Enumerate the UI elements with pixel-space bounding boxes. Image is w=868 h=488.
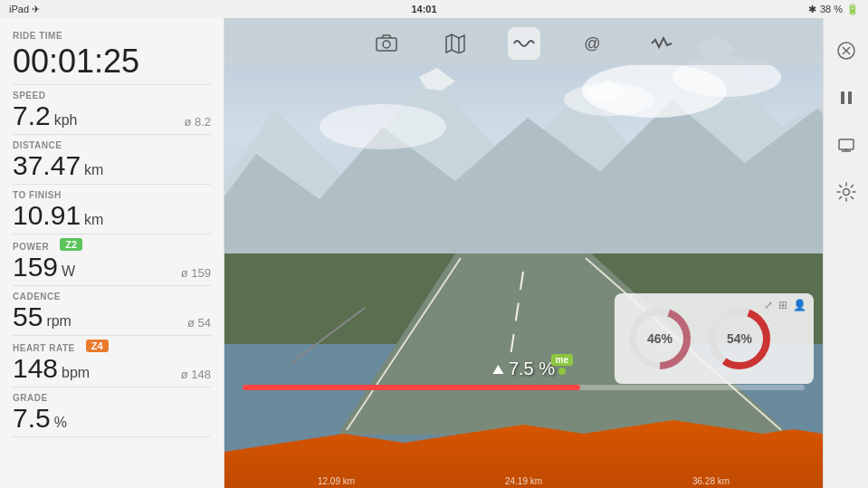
status-device: iPad ✈ (9, 4, 40, 15)
status-right: ✱ 38 % 🔋 (808, 4, 859, 15)
right-panel (823, 18, 868, 488)
ride-time-value: 00:01:25 (13, 43, 211, 81)
speed-value: 7.2 kph (13, 100, 78, 130)
progress-bar-container (243, 385, 805, 390)
grade-overlay: 7.5 % (492, 359, 555, 379)
heart-rate-section: HEART RATE Z4 148 bpm ø 148 (13, 338, 211, 388)
power-value: 159 W (13, 252, 75, 282)
to-finish-label: TO FINISH (13, 190, 211, 200)
ride-time-label: RIDE TIME (13, 31, 211, 41)
battery-status: 38 % (820, 4, 843, 14)
to-finish-section: TO FINISH 10.91 km (13, 190, 211, 234)
cadence-unit: rpm (46, 313, 72, 330)
scene (224, 18, 823, 488)
dist-marker-3: 36.28 km (692, 476, 730, 486)
grade-section: GRADE 7.5 % (13, 393, 211, 437)
heart-rate-unit: bpm (62, 365, 90, 381)
power-section: POWER Z2 159 W ø 159 (13, 236, 211, 286)
progress-bar-fill (243, 385, 580, 390)
tab-bar: @ (224, 18, 823, 65)
stats-overlay: ⤢ ⊞ 👤 46% 54% (615, 293, 814, 384)
cadence-avg: ø 54 (187, 316, 211, 331)
distance-label: DISTANCE (13, 140, 211, 150)
grade-triangle-icon (492, 365, 503, 374)
speed-row: 7.2 kph ø 8.2 (13, 100, 211, 130)
tab-camera[interactable] (370, 27, 403, 60)
status-time: 14:01 (411, 4, 436, 14)
grade-label: GRADE (13, 393, 211, 403)
speed-unit: kph (54, 112, 78, 129)
grade-unit: % (54, 415, 67, 431)
scene-svg (224, 18, 823, 488)
status-bar: iPad ✈ 14:01 ✱ 38 % 🔋 (0, 0, 868, 18)
tab-graph[interactable] (508, 27, 540, 60)
cloud-3 (564, 83, 654, 116)
donut-right: 54% (703, 302, 776, 375)
power-unit: W (62, 263, 75, 280)
dist-marker-2: 24.19 km (505, 476, 542, 486)
bluetooth-icon: ✱ (808, 4, 816, 15)
cadence-value: 55 rpm (13, 301, 72, 331)
me-marker: me (551, 354, 573, 375)
left-panel: RIDE TIME 00:01:25 SPEED 7.2 kph ø 8.2 D… (0, 18, 224, 488)
tab-activity[interactable] (645, 27, 678, 60)
cadence-label: CADENCE (13, 292, 211, 301)
distance-value: 37.47 km (13, 150, 211, 180)
power-zone-badge: Z2 (60, 238, 82, 251)
speed-section: SPEED 7.2 kph ø 8.2 (13, 91, 211, 135)
main-cycling-view: @ 7.5 % me 12.09 km 24.19 km 36.28 km ⤢ … (224, 18, 823, 488)
close-button[interactable] (832, 36, 861, 65)
heart-rate-label: HEART RATE (13, 343, 75, 353)
cloud-4 (320, 104, 446, 149)
svg-point-12 (843, 189, 849, 196)
status-left: iPad ✈ (9, 4, 40, 15)
cast-button[interactable] (832, 130, 861, 159)
dist-marker-1: 12.09 km (318, 476, 355, 486)
grade-value: 7.5 % (13, 403, 211, 433)
distance-unit: km (84, 162, 103, 178)
svg-rect-10 (848, 91, 852, 104)
heart-rate-zone-badge: Z4 (86, 340, 109, 352)
tab-map[interactable] (439, 27, 472, 60)
grade-display: 7.5 % (509, 359, 555, 379)
ride-time-section: RIDE TIME 00:01:25 (13, 31, 211, 85)
heart-rate-value: 148 bpm (13, 353, 90, 383)
distance-section: DISTANCE 37.47 km (13, 140, 211, 185)
donut-right-label: 54% (727, 331, 752, 346)
cadence-section: CADENCE 55 rpm ø 54 (13, 292, 211, 336)
power-avg: ø 159 (181, 266, 211, 282)
svg-point-1 (383, 41, 390, 48)
distance-markers: 12.09 km 24.19 km 36.28 km (224, 476, 823, 486)
speed-label: SPEED (13, 91, 211, 100)
power-label: POWER (13, 242, 49, 252)
power-row: 159 W ø 159 (13, 252, 211, 282)
pause-button[interactable] (832, 83, 861, 112)
heart-rate-avg: ø 148 (181, 368, 211, 383)
svg-rect-9 (841, 91, 844, 104)
tab-at[interactable]: @ (577, 27, 609, 60)
settings-button[interactable] (832, 177, 861, 206)
speed-avg: ø 8.2 (184, 115, 211, 130)
to-finish-value: 10.91 km (13, 200, 211, 230)
svg-rect-11 (839, 139, 854, 149)
person-icon[interactable]: 👤 (793, 299, 806, 311)
me-badge: me (551, 354, 573, 366)
donut-container: 46% 54% (624, 302, 776, 375)
to-finish-unit: km (84, 212, 103, 228)
battery-icon: 🔋 (846, 4, 859, 15)
donut-left-label: 46% (647, 331, 672, 346)
grid-icon[interactable]: ⊞ (778, 299, 787, 311)
me-dot (558, 368, 566, 375)
donut-left: 46% (624, 302, 696, 375)
heart-rate-row: 148 bpm ø 148 (13, 353, 211, 383)
cadence-row: 55 rpm ø 54 (13, 301, 211, 331)
svg-rect-0 (377, 38, 396, 51)
